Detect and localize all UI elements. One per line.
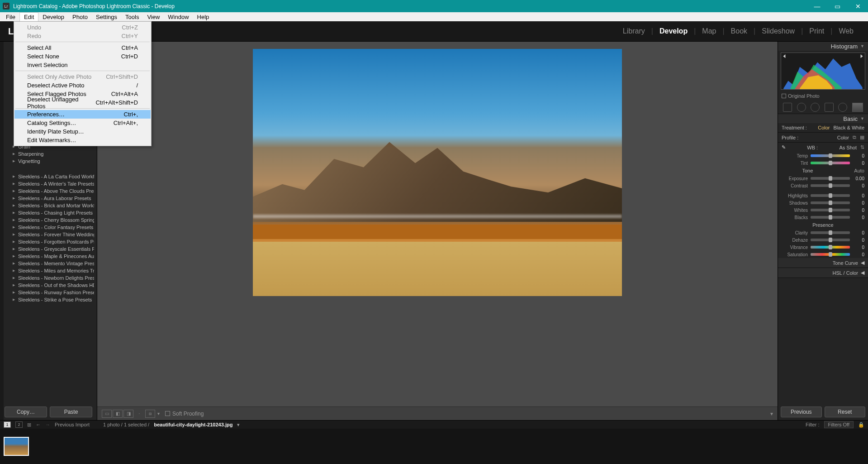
module-library[interactable]: Library <box>617 27 651 35</box>
blacks-slider[interactable] <box>811 216 850 219</box>
preset-group[interactable]: Vignetting <box>3 158 94 165</box>
wb-value[interactable]: As Shot <box>839 145 857 150</box>
soft-proofing-checkbox[interactable]: Soft Proofing <box>165 411 204 417</box>
saturation-slider[interactable] <box>811 253 850 256</box>
menu-deselect-active[interactable]: Deselect Active Photo/ <box>14 81 151 90</box>
preset-folder[interactable]: Sleeklens - A La Carta Food Workflo… <box>3 173 94 180</box>
dropdown-icon[interactable]: ▾ <box>156 410 161 418</box>
auto-button[interactable]: Auto <box>854 168 864 173</box>
menu-edit-watermarks[interactable]: Edit Watermarks… <box>14 136 151 144</box>
menu-photo[interactable]: Photo <box>68 13 92 21</box>
filmstrip-thumbnail[interactable] <box>4 437 29 456</box>
toolbar-menu[interactable]: ▾ <box>770 411 773 417</box>
histogram-display[interactable] <box>781 53 865 90</box>
highlights-slider[interactable] <box>811 194 850 197</box>
menu-tools[interactable]: Tools <box>121 13 143 21</box>
preset-folder[interactable]: Sleeklens - Above The Clouds Presets <box>3 187 94 195</box>
menu-catalog-settings[interactable]: Catalog Settings…Ctrl+Alt+, <box>14 119 151 127</box>
source-label[interactable]: Previous Import <box>55 422 90 427</box>
menu-file[interactable]: File <box>2 13 19 21</box>
preset-folder[interactable]: Sleeklens - A Winter's Tale Presets <box>3 180 94 187</box>
filter-dropdown[interactable]: Filters Off <box>824 421 854 428</box>
preset-folder[interactable]: Sleeklens - Runway Fashion Presets <box>3 289 94 296</box>
profile-value[interactable]: Color <box>837 135 849 140</box>
main-photo[interactable] <box>253 49 622 296</box>
before-after-yy-icon[interactable]: ⧈ <box>145 410 155 418</box>
reset-button[interactable]: Reset <box>825 407 866 417</box>
filmstrip[interactable] <box>0 429 868 464</box>
preset-folder[interactable]: Sleeklens - Aura Laborar Presets <box>3 195 94 202</box>
loupe-view-icon[interactable]: ▭ <box>102 410 112 418</box>
menu-view[interactable]: View <box>143 13 164 21</box>
contrast-slider[interactable] <box>811 184 850 187</box>
module-develop[interactable]: Develop <box>653 27 694 35</box>
maximize-button[interactable]: ▭ <box>827 0 848 12</box>
menu-settings[interactable]: Settings <box>92 13 121 21</box>
module-slideshow[interactable]: Slideshow <box>755 27 801 35</box>
preset-folder[interactable]: Sleeklens - Forever Thine Wedding … <box>3 231 94 238</box>
page-1-button[interactable]: 1 <box>4 421 11 428</box>
previous-button[interactable]: Previous <box>781 407 822 417</box>
close-button[interactable]: ✕ <box>848 0 868 12</box>
preset-folder[interactable]: Sleeklens - Strike a Pose Presets <box>3 296 94 303</box>
preset-folder[interactable]: Sleeklens - Color Fantasy Presets <box>3 224 94 231</box>
grid-icon[interactable]: ⊞ <box>27 422 31 428</box>
menu-undo[interactable]: UndoCtrl+Z <box>14 23 151 32</box>
fwd-arrow-icon[interactable]: → <box>45 422 50 427</box>
histogram-header[interactable]: Histogram <box>831 43 858 50</box>
preset-folder[interactable]: Sleeklens - Maple & Pinecones Autu… <box>3 253 94 260</box>
vibrance-slider[interactable] <box>811 246 850 249</box>
basic-header[interactable]: Basic <box>843 115 858 122</box>
minimize-button[interactable]: — <box>807 0 827 12</box>
filter-lock-icon[interactable]: 🔒 <box>858 422 864 428</box>
tint-slider[interactable] <box>811 162 850 164</box>
preset-folder[interactable]: Sleeklens - Out of the Shadows HD… <box>3 282 94 289</box>
module-print[interactable]: Print <box>803 27 830 35</box>
preset-folder[interactable]: Sleeklens - Miles and Memories Tra… <box>3 267 94 274</box>
menu-window[interactable]: Window <box>164 13 193 21</box>
exposure-slider[interactable] <box>811 177 850 180</box>
preset-group[interactable]: Sharpening <box>3 150 94 158</box>
menu-select-only-active[interactable]: Select Only Active PhotoCtrl+Shift+D <box>14 72 151 81</box>
menu-edit[interactable]: Edit <box>19 12 38 21</box>
preset-folder[interactable]: Sleeklens - Brick and Mortar Workfl… <box>3 202 94 209</box>
preset-folder[interactable]: Sleeklens - Newborn Delights Presets <box>3 274 94 282</box>
back-arrow-icon[interactable]: ← <box>36 422 41 427</box>
preset-folder[interactable]: Sleeklens - Chasing Light Presets <box>3 209 94 216</box>
module-book[interactable]: Book <box>725 27 754 35</box>
menu-identity-plate[interactable]: Identity Plate Setup… <box>14 127 151 136</box>
clarity-slider[interactable] <box>811 231 850 234</box>
hsl-header[interactable]: HSL / Color <box>833 270 858 276</box>
menu-preferences[interactable]: Preferences…Ctrl+, <box>14 110 151 119</box>
menu-select-all[interactable]: Select AllCtrl+A <box>14 43 151 52</box>
temp-slider[interactable] <box>811 154 850 157</box>
paste-button[interactable]: Paste <box>50 407 92 417</box>
menu-invert-selection[interactable]: Invert Selection <box>14 61 151 69</box>
preset-folder[interactable]: Sleeklens - Memento Vintage Presets <box>3 260 94 267</box>
tonecurve-header[interactable]: Tone Curve <box>833 260 858 266</box>
eyedropper-icon[interactable]: ✎ <box>782 144 786 150</box>
menu-develop[interactable]: Develop <box>38 13 68 21</box>
redeye-tool-icon[interactable] <box>811 103 820 112</box>
before-after-lr-icon[interactable]: ◧ <box>113 410 123 418</box>
preset-folder[interactable]: Sleeklens - Cherry Blossom Spring … <box>3 216 94 224</box>
dehaze-slider[interactable] <box>811 239 850 241</box>
filename-dropdown-icon[interactable]: ▾ <box>237 422 240 428</box>
page-2-button[interactable]: 2 <box>15 421 23 428</box>
spot-tool-icon[interactable] <box>797 103 806 112</box>
brush-tool-icon[interactable] <box>852 103 863 112</box>
whites-slider[interactable] <box>811 209 850 211</box>
shadows-slider[interactable] <box>811 201 850 204</box>
original-photo-toggle[interactable]: Original Photo <box>778 91 868 100</box>
menu-deselect-unflagged[interactable]: Deselect Unflagged PhotosCtrl+Alt+Shift+… <box>14 98 151 107</box>
crop-tool-icon[interactable] <box>783 103 792 112</box>
before-after-split-icon[interactable]: ◨ <box>123 410 133 418</box>
treatment-bw[interactable]: Black & White <box>834 125 864 130</box>
module-map[interactable]: Map <box>696 27 722 35</box>
radial-filter-icon[interactable] <box>838 103 847 112</box>
preset-folder[interactable]: Sleeklens - Greyscale Essentials Pres… <box>3 245 94 253</box>
graduated-filter-icon[interactable] <box>825 103 834 112</box>
menu-redo[interactable]: RedoCtrl+Y <box>14 32 151 40</box>
copy-button[interactable]: Copy… <box>5 407 47 417</box>
preset-folder[interactable]: Sleeklens - Forgotten Postcards Pre… <box>3 238 94 245</box>
